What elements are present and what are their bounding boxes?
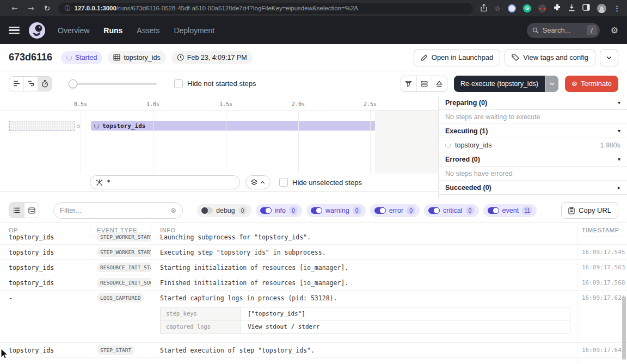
nav-item-overview[interactable]: Overview: [58, 26, 89, 35]
gantt-zoom-slider[interactable]: [69, 79, 157, 88]
chip-warning[interactable]: warning0: [306, 204, 366, 217]
panel-section-preparing[interactable]: Preparing (0)▾: [439, 96, 627, 110]
log-info-text: Launching subprocess for "topstory_ids".: [160, 233, 573, 241]
hide-unselected-option[interactable]: Hide unselected steps: [279, 178, 362, 187]
log-filter-field[interactable]: ⊗: [53, 202, 183, 219]
browser-forward-icon[interactable]: →: [23, 4, 39, 13]
axis-tick: 2.0s: [292, 101, 305, 107]
page-info-icon[interactable]: ⓘ: [64, 4, 70, 13]
view-timed-stopwatch-icon[interactable]: [38, 77, 52, 91]
global-search[interactable]: Search... /: [527, 23, 600, 38]
reexecute-button[interactable]: Re-execute (topstory_ids): [454, 76, 545, 92]
reexecute-dropdown-button[interactable]: [545, 76, 558, 92]
table-scrollbar-thumb[interactable]: [622, 297, 626, 360]
hide-not-started-checkbox[interactable]: [174, 79, 183, 88]
chip-critical[interactable]: critical0: [424, 204, 478, 217]
log-timestamp-cell: 16:09:17.563: [577, 260, 627, 275]
url-bar[interactable]: ⓘ 127.0.0.1:3000/runs/673d6116-0528-45df…: [58, 3, 473, 14]
panel-empty-text: No steps have errored: [439, 166, 627, 181]
log-op-cell: topstory_ids: [0, 230, 90, 244]
terminate-button[interactable]: ⊗Terminate: [565, 76, 618, 92]
gantt-step-bar[interactable]: topstory_ids: [91, 121, 375, 131]
nav-item-runs[interactable]: Runs: [103, 26, 122, 35]
log-filter-input[interactable]: [60, 206, 166, 214]
panel-section-executing[interactable]: Executing (1)▾: [439, 124, 627, 138]
view-waterfall-icon[interactable]: [23, 77, 38, 91]
rows-icon[interactable]: [416, 76, 432, 91]
hide-not-started-option[interactable]: Hide not started steps: [174, 79, 256, 88]
copy-url-button[interactable]: Copy URL: [561, 202, 618, 219]
browser-back-icon[interactable]: ←: [7, 4, 23, 13]
settings-gear-icon[interactable]: ⚙: [611, 25, 618, 35]
log-op-cell: topstory_ids: [0, 343, 90, 357]
toggle-knob: [265, 207, 272, 214]
log-toolbar: ⊗ debug0info0warning0error0critical0even…: [0, 198, 627, 223]
downloads-icon[interactable]: [568, 4, 575, 13]
log-event-type-cell: LOGS_CAPTURED: [90, 291, 151, 342]
metadata-row: captured_logsView stdout / stderr: [161, 320, 570, 333]
log-row[interactable]: topstory_idsSTEP_WORKER_STARTI…Launching…: [0, 237, 627, 245]
log-op-cell: topstory_ids: [0, 245, 90, 260]
op-selector-icon: [96, 179, 103, 186]
log-view-mode-group: [9, 202, 39, 218]
toggle-knob: [493, 207, 499, 214]
chip-event[interactable]: event11: [483, 204, 537, 217]
panel-step-row[interactable]: topstory_ids1.980s: [439, 138, 627, 152]
log-row[interactable]: topstory_idsRESOURCE_INIT_STAR…Starting …: [0, 260, 627, 275]
nav-item-deployment[interactable]: Deployment: [174, 26, 214, 35]
hide-unselected-label: Hide unselected steps: [292, 178, 362, 187]
chip-info[interactable]: info0: [256, 204, 302, 217]
chip-debug[interactable]: debug0: [197, 204, 251, 217]
extension-grammarly-icon[interactable]: G: [523, 4, 531, 13]
mouse-cursor: [1, 349, 8, 362]
metadata-key: step_keys: [161, 307, 241, 320]
open-in-launchpad-button[interactable]: Open in Launchpad: [414, 49, 500, 66]
spinner-icon: [445, 143, 451, 148]
panel-section-succeeded[interactable]: Succeeded (0)▸: [439, 181, 627, 195]
filter-funnel-icon[interactable]: [401, 76, 416, 91]
clear-filter-icon[interactable]: ⊗: [170, 206, 176, 214]
log-timestamp-cell: 16:09:17.645: [577, 343, 627, 357]
log-info-text: Finished initialization of resources [io…: [160, 279, 573, 287]
log-row[interactable]: -LOGS_CAPTUREDStarted capturing logs in …: [0, 291, 627, 343]
hide-unselected-checkbox[interactable]: [279, 178, 288, 187]
side-panel-icon[interactable]: [582, 4, 590, 13]
browser-profile-avatar[interactable]: [597, 4, 606, 13]
share-icon[interactable]: [481, 4, 487, 13]
slider-knob[interactable]: [69, 79, 77, 88]
run-more-actions-button[interactable]: [600, 49, 618, 66]
extension-red-icon[interactable]: ● ●: [538, 4, 546, 13]
pencil-icon: [421, 54, 428, 61]
graph-layers-button[interactable]: [245, 175, 271, 189]
view-flat-icon[interactable]: [9, 77, 23, 91]
axis-tick: 2.5s: [364, 101, 377, 107]
app-nav: OverviewRunsAssetsDeployment Search... /…: [0, 16, 627, 44]
browser-reload-icon[interactable]: ↻: [39, 4, 56, 13]
extensions-puzzle-icon[interactable]: [554, 4, 561, 13]
nav-item-assets[interactable]: Assets: [137, 26, 159, 35]
bookmark-star-icon[interactable]: ☆: [494, 4, 501, 13]
eject-icon[interactable]: [432, 76, 447, 91]
chevron-down-icon: [550, 82, 555, 85]
view-tags-config-button[interactable]: View tags and config: [505, 49, 595, 66]
dagster-logo[interactable]: [28, 22, 46, 39]
step-selection-input[interactable]: *: [90, 175, 240, 189]
hamburger-menu-icon[interactable]: [9, 27, 20, 34]
stdout-stderr-link[interactable]: View stdout / stderr: [241, 320, 326, 333]
log-list-view-icon[interactable]: [9, 203, 24, 218]
nav-items: OverviewRunsAssetsDeployment: [58, 26, 214, 35]
log-row[interactable]: topstory_idsSTEP_WORKER_STARTEDExecuting…: [0, 245, 627, 260]
browser-menu-icon[interactable]: ⋮: [613, 4, 620, 13]
log-row[interactable]: topstory_idsSTEP_STARTStarted execution …: [0, 343, 627, 358]
panel-step-name: topstory_ids: [455, 141, 491, 149]
chip-error[interactable]: error0: [370, 204, 420, 217]
extension-clock-icon[interactable]: [508, 4, 516, 13]
log-row[interactable]: topstory_idsRESOURCE_INIT_SUCC…Finished …: [0, 275, 627, 291]
toggle-knob: [379, 207, 386, 214]
log-timestamp-cell: 16:09:17.568: [577, 275, 627, 290]
search-placeholder: Search...: [543, 26, 583, 34]
panel-section-errored[interactable]: Errored (0)▾: [439, 152, 627, 166]
step-selection-value: *: [107, 178, 110, 186]
log-structured-view-icon[interactable]: [24, 203, 39, 218]
job-pill[interactable]: topstory_ids: [108, 51, 165, 64]
